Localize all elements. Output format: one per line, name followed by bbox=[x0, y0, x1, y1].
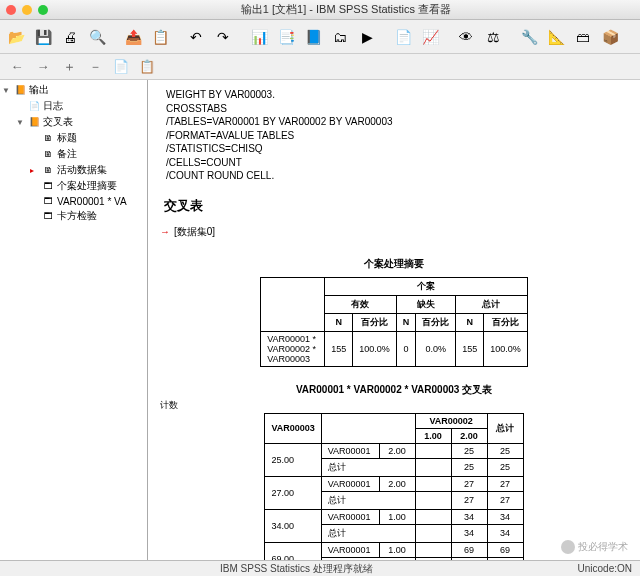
statusbar: IBM SPSS Statistics 处理程序就绪 Unicode:ON bbox=[0, 560, 640, 576]
run-icon[interactable]: ▶ bbox=[355, 25, 379, 49]
save-icon[interactable]: 💾 bbox=[31, 25, 55, 49]
demote-icon[interactable]: 📋 bbox=[136, 57, 158, 77]
back-icon[interactable]: ← bbox=[6, 57, 28, 77]
tree-cross[interactable]: 🗔VAR00001 * VA bbox=[2, 194, 145, 208]
goto-case-icon[interactable]: 📑 bbox=[274, 25, 298, 49]
tree-notes[interactable]: 🗎备注 bbox=[2, 146, 145, 162]
count-label: 计数 bbox=[160, 399, 630, 412]
preview-icon[interactable]: 🔍 bbox=[85, 25, 109, 49]
summary-caption: 个案处理摘要 bbox=[158, 257, 630, 271]
crosstab-caption: VAR00001 * VAR00002 * VAR00003 交叉表 bbox=[158, 383, 630, 397]
status-msg: IBM SPSS Statistics 处理程序就绪 bbox=[0, 562, 550, 576]
tool1-icon[interactable]: 🔧 bbox=[517, 25, 541, 49]
arrow-icon: → bbox=[160, 226, 170, 237]
tool3-icon[interactable]: 🗃 bbox=[571, 25, 595, 49]
tool2-icon[interactable]: 📐 bbox=[544, 25, 568, 49]
close-icon[interactable] bbox=[6, 5, 16, 15]
forward-icon[interactable]: → bbox=[32, 57, 54, 77]
recall-icon[interactable]: 📋 bbox=[148, 25, 172, 49]
titlebar: 输出1 [文档1] - IBM SPSS Statistics 查看器 bbox=[0, 0, 640, 20]
summary-table: 个案 有效缺失总计 N百分比N百分比N百分比 VAR00001 * VAR000… bbox=[260, 277, 528, 367]
tool4-icon[interactable]: 📦 bbox=[598, 25, 622, 49]
crosstab-table: VAR00003VAR00002总计 1.002.00 25.00VAR0000… bbox=[264, 413, 523, 561]
tree-title[interactable]: 🗎标题 bbox=[2, 130, 145, 146]
weight-icon[interactable]: ⚖ bbox=[481, 25, 505, 49]
promote-icon[interactable]: 📄 bbox=[110, 57, 132, 77]
watermark: 投必得学术 bbox=[561, 540, 628, 554]
redo-icon[interactable]: ↷ bbox=[211, 25, 235, 49]
toolbar: 📂 💾 🖨 🔍 📤 📋 ↶ ↷ 📊 📑 📘 🗂 ▶ 📄 📈 👁 ⚖ 🔧 📐 🗃 … bbox=[0, 20, 640, 54]
tree-chisq[interactable]: 🗔卡方检验 bbox=[2, 208, 145, 224]
collapse-icon[interactable]: ＋ bbox=[58, 57, 80, 77]
outline-tree[interactable]: ▼📙输出 📄日志 ▼📙交叉表 🗎标题 🗎备注 ▸🗎活动数据集 🗔个案处理摘要 🗔… bbox=[0, 80, 148, 560]
tree-root[interactable]: ▼📙输出 bbox=[2, 82, 145, 98]
undo-icon[interactable]: ↶ bbox=[184, 25, 208, 49]
export-icon[interactable]: 📤 bbox=[121, 25, 145, 49]
navbar: ← → ＋ － 📄 📋 bbox=[0, 54, 640, 80]
section-title: 交叉表 bbox=[164, 197, 630, 215]
tree-active[interactable]: ▸🗎活动数据集 bbox=[2, 162, 145, 178]
print-icon[interactable]: 🖨 bbox=[58, 25, 82, 49]
show-icon[interactable]: 👁 bbox=[454, 25, 478, 49]
chart-icon[interactable]: 📈 bbox=[418, 25, 442, 49]
tree-crosstab[interactable]: ▼📙交叉表 bbox=[2, 114, 145, 130]
tree-summary[interactable]: 🗔个案处理摘要 bbox=[2, 178, 145, 194]
status-unicode: Unicode:ON bbox=[550, 563, 640, 574]
dataset-line: →[数据集0] bbox=[160, 225, 630, 239]
tree-log[interactable]: 📄日志 bbox=[2, 98, 145, 114]
minimize-icon[interactable] bbox=[22, 5, 32, 15]
goto-data-icon[interactable]: 📊 bbox=[247, 25, 271, 49]
watermark-icon bbox=[561, 540, 575, 554]
variables-icon[interactable]: 📘 bbox=[301, 25, 325, 49]
select-icon[interactable]: 🗂 bbox=[328, 25, 352, 49]
insert-icon[interactable]: 📄 bbox=[391, 25, 415, 49]
content-pane[interactable]: WEIGHT BY VAR00003.CROSSTABS /TABLES=VAR… bbox=[148, 80, 640, 560]
expand-icon[interactable]: － bbox=[84, 57, 106, 77]
maximize-icon[interactable] bbox=[38, 5, 48, 15]
window-title: 输出1 [文档1] - IBM SPSS Statistics 查看器 bbox=[58, 2, 634, 17]
syntax-block: WEIGHT BY VAR00003.CROSSTABS /TABLES=VAR… bbox=[166, 88, 630, 183]
open-icon[interactable]: 📂 bbox=[4, 25, 28, 49]
